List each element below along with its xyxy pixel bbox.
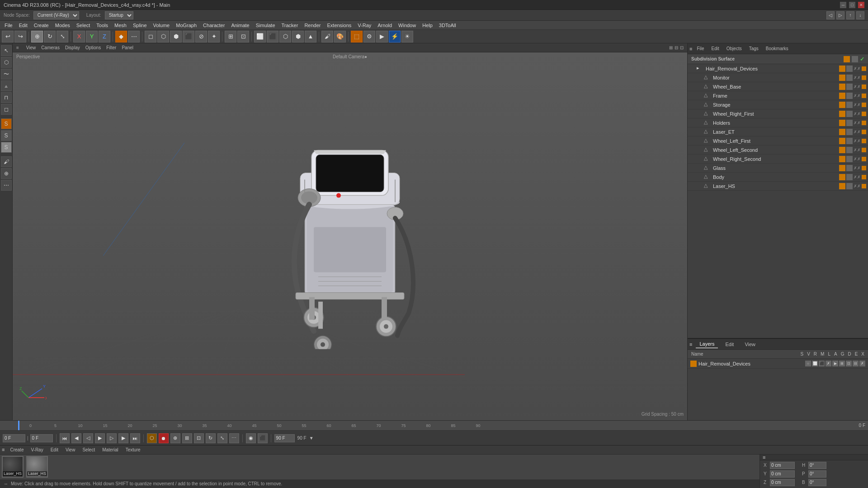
obj-row-monitor[interactable]: △ Monitor ✗✗ [688, 73, 868, 82]
obj-vis-icon-2[interactable] [846, 75, 853, 81]
auto-key-btn[interactable]: ⊕ [170, 433, 180, 443]
mat-thumb-1[interactable]: Laser_HS [2, 456, 24, 478]
minimize-btn[interactable]: ─ [840, 2, 846, 8]
motion-record-btn[interactable]: ◉ [246, 433, 256, 443]
tab-view[interactable]: View [741, 341, 759, 348]
layout-select[interactable]: Startup [105, 11, 133, 19]
vp-menu-cameras[interactable]: Cameras [41, 45, 60, 50]
menu-select[interactable]: Select [74, 22, 93, 29]
vp-menu-filter[interactable]: Filter [106, 45, 116, 50]
obj-mat-icon-1[interactable] [839, 66, 845, 72]
transform-x-btn[interactable]: X [73, 31, 85, 42]
layer-icon-8[interactable]: ⊟ [853, 361, 859, 366]
mat-thumb-2[interactable]: Laser_HS [26, 456, 48, 478]
mat-view-btn[interactable]: View [64, 447, 77, 452]
ns-btn-3[interactable]: ↑ [846, 11, 854, 19]
record-btn[interactable]: ⏺ [159, 433, 169, 443]
om-objects-btn[interactable]: Objects [724, 45, 745, 52]
viewport-canvas[interactable]: Perspective Default Camera● [13, 52, 687, 420]
frame-input-2[interactable] [30, 434, 53, 442]
left-tool-pointer[interactable]: ↖ [1, 45, 12, 56]
om-hamburger[interactable]: ≡ [689, 46, 692, 52]
prev-frame-btn[interactable]: ◀ [71, 433, 81, 443]
left-tool-scene[interactable]: ◻ [1, 104, 12, 115]
menu-modes[interactable]: Modes [52, 22, 73, 29]
maximize-btn[interactable]: □ [849, 2, 855, 8]
obj-mat-icon-2[interactable] [839, 75, 845, 81]
layer-icon-1[interactable]: ○ [805, 361, 811, 366]
current-frame-input[interactable] [3, 434, 25, 442]
menu-3dtoall[interactable]: 3DToAll [436, 22, 459, 29]
render-region-btn[interactable]: ⬚ [351, 31, 363, 42]
menu-spline[interactable]: Spline [130, 22, 150, 29]
render-settings-btn[interactable]: ⚙ [363, 31, 375, 42]
key-scale-btn[interactable]: ⤡ [217, 433, 227, 443]
menu-file[interactable]: File [2, 22, 15, 29]
vp-mode-5[interactable]: ⊘ [195, 31, 207, 42]
obj-row-holders[interactable]: △ Holders ✗✗ [688, 118, 868, 127]
sel-5[interactable]: ▲ [305, 31, 316, 42]
vray-render-btn[interactable]: ⚡ [389, 31, 401, 42]
coord-input-y[interactable] [770, 470, 795, 478]
menu-mesh[interactable]: Mesh [112, 22, 129, 29]
object-tool-btn[interactable]: ◆ [115, 31, 127, 42]
layer-icon-4[interactable]: ✗ [826, 361, 831, 366]
snap-btn[interactable]: ⊞ [225, 31, 236, 42]
left-tool-terrain[interactable]: ⋯ [1, 180, 12, 191]
om-edit-btn[interactable]: Edit [709, 45, 722, 52]
sel-4[interactable]: ⬢ [292, 31, 304, 42]
mat-texture-btn[interactable]: Texture [124, 447, 142, 452]
motion-stop-btn[interactable]: ⬛ [258, 433, 268, 443]
mat-select-btn[interactable]: Select [80, 447, 97, 452]
left-tool-sculpt[interactable]: ⊕ [1, 168, 12, 179]
vp-mode-3[interactable]: ⬢ [170, 31, 182, 42]
close-btn[interactable]: ✕ [858, 2, 864, 8]
render-btn[interactable]: ▶ [376, 31, 388, 42]
brush-btn[interactable]: 🖌 [321, 31, 333, 42]
menu-simulate[interactable]: Simulate [253, 22, 278, 29]
obj-header-icon-2[interactable] [852, 56, 858, 62]
menu-create[interactable]: Create [31, 22, 52, 29]
vp-mode-1[interactable]: ◻ [145, 31, 156, 42]
menu-extensions[interactable]: Extensions [324, 22, 354, 29]
layer-icon-7[interactable]: ⊡ [846, 361, 852, 366]
transform-y-btn[interactable]: Y [86, 31, 98, 42]
left-tool-mesh[interactable]: ⬡ [1, 57, 12, 68]
layer-icon-2[interactable]: ⬜ [812, 361, 818, 366]
vp-menu-view[interactable]: View [26, 45, 36, 50]
menu-animate[interactable]: Animate [228, 22, 252, 29]
next-frame-btn[interactable]: ▶ [118, 433, 128, 443]
left-tool-s1[interactable]: S [1, 118, 12, 129]
menu-arnold[interactable]: Arnold [375, 22, 395, 29]
menu-render[interactable]: Render [302, 22, 323, 29]
vp-menu-display[interactable]: Display [65, 45, 80, 50]
key-pos-btn[interactable]: ⊡ [194, 433, 204, 443]
vp-mode-2[interactable]: ⬡ [157, 31, 169, 42]
key-rot-btn[interactable]: ↻ [206, 433, 216, 443]
mat-edit-btn[interactable]: Edit [49, 447, 60, 452]
redo-btn[interactable]: ↪ [14, 31, 26, 42]
coord-input-x[interactable] [770, 462, 795, 469]
tab-layers[interactable]: Layers [696, 340, 718, 348]
undo-btn[interactable]: ↩ [2, 31, 14, 42]
coord-input-z[interactable] [770, 479, 795, 486]
snap2-btn[interactable]: ⊡ [237, 31, 249, 42]
mat-create-btn[interactable]: Create [8, 447, 25, 452]
obj-row-wheel-right-first[interactable]: △ Wheel_Right_First ✗✗ [688, 109, 868, 118]
mat-hamburger[interactable]: ≡ [2, 447, 5, 452]
coord-input-p[interactable] [808, 470, 826, 478]
menu-edit[interactable]: Edit [16, 22, 30, 29]
layer-icon-9[interactable]: ✗ [859, 361, 865, 366]
menu-vray[interactable]: V-Ray [355, 22, 374, 29]
ns-btn-1[interactable]: ◁ [826, 11, 835, 19]
end-frame-input[interactable] [274, 434, 295, 442]
timeline-ruler[interactable]: 0 5 10 15 20 25 30 35 40 45 50 55 60 65 … [0, 421, 868, 431]
next-key-btn[interactable]: ▷ [107, 433, 117, 443]
transform-z-btn[interactable]: Z [99, 31, 110, 42]
vp-icon-1[interactable]: ⊞ [669, 45, 673, 50]
om-tags-btn[interactable]: Tags [746, 45, 761, 52]
coord-input-h[interactable] [808, 462, 826, 469]
obj-vis-icon-1[interactable] [846, 66, 853, 72]
key-param-btn[interactable]: ⋯ [229, 433, 239, 443]
prev-key-btn[interactable]: ◁ [83, 433, 93, 443]
